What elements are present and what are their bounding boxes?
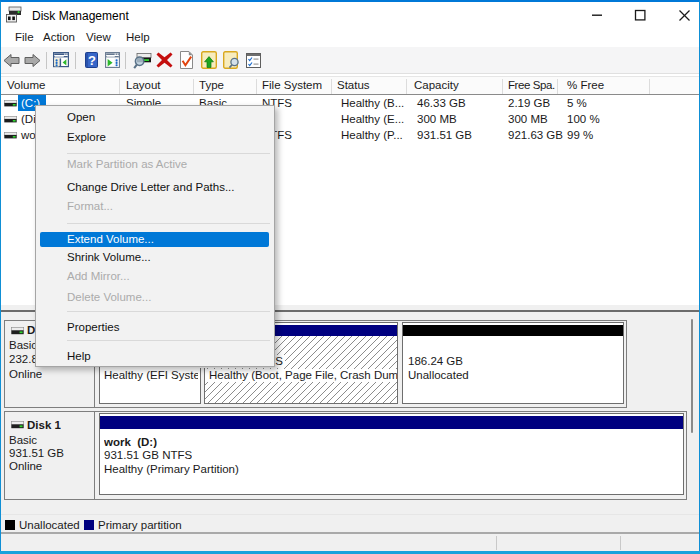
- svg-text:?: ?: [88, 53, 96, 68]
